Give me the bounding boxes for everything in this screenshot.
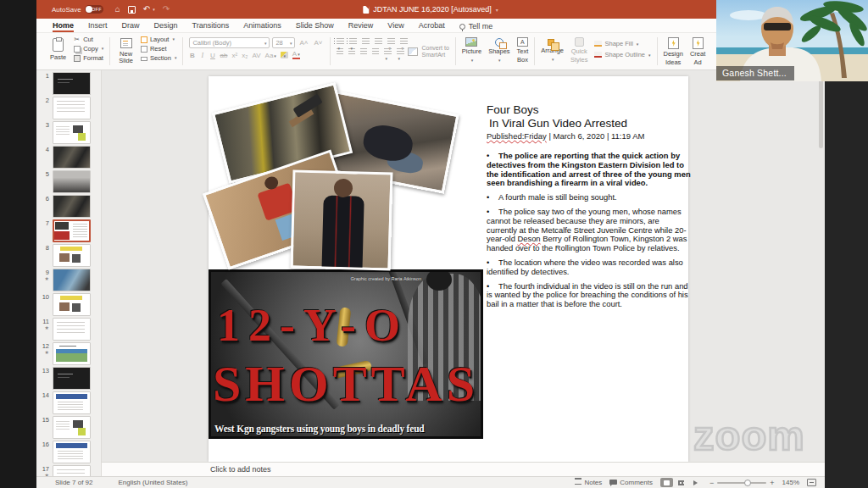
slide-thumbnail-panel[interactable]: 123456789★1011★12★1314151617★ <box>36 70 102 476</box>
slide-thumbnail-12[interactable]: 12★ <box>36 342 101 365</box>
bold-button[interactable]: B <box>189 52 195 59</box>
tab-review[interactable]: Review <box>348 21 374 30</box>
document-title[interactable]: JDTAN JUNE 16,2020 [Autosaved] ▾ <box>363 5 498 14</box>
autosave-switch[interactable]: OFF <box>85 5 103 14</box>
bullet-list-icon[interactable] <box>337 38 344 45</box>
thumbnail-image[interactable] <box>53 318 91 341</box>
slideshow-view-button[interactable] <box>689 478 702 487</box>
align-objects-icon[interactable] <box>397 48 404 55</box>
change-case-button[interactable]: Aa <box>265 52 276 59</box>
canvas-scrollbar[interactable] <box>819 74 823 148</box>
highlight-pen-icon[interactable] <box>281 52 288 58</box>
text-box-button[interactable]: A Text Box <box>517 36 529 64</box>
strikethrough-button[interactable]: ab <box>220 52 227 59</box>
slide-text-column[interactable]: Four Boys In Viral Gun Video Arrested Pu… <box>487 103 692 314</box>
justify-icon[interactable] <box>372 48 379 55</box>
thumbnail-image[interactable] <box>53 465 91 476</box>
tab-home[interactable]: Home <box>53 21 74 30</box>
grow-font-button[interactable]: A˄ <box>298 39 309 47</box>
tab-acrobat[interactable]: Acrobat <box>419 21 445 30</box>
zoom-percentage[interactable]: 145% <box>782 479 799 486</box>
thumbnail-image[interactable] <box>53 72 91 95</box>
decrease-indent-icon[interactable] <box>362 38 370 45</box>
convert-smartart-button[interactable]: Convert toSmartArt <box>408 36 448 67</box>
zoom-slider-thumb[interactable] <box>744 480 751 486</box>
tab-draw[interactable]: Draw <box>122 21 140 30</box>
slide-thumbnail-5[interactable]: 5 <box>36 170 101 193</box>
zoom-in-icon[interactable]: + <box>770 479 774 487</box>
slide-thumbnail-9[interactable]: 9★ <box>36 269 101 291</box>
slide-7[interactable]: Graphic created by Raria Atkinson 12-Y-O… <box>209 76 688 462</box>
character-spacing-button[interactable]: AV <box>252 52 260 59</box>
thumbnail-image[interactable] <box>53 342 91 365</box>
font-name-select[interactable]: Calibri (Body)▾ <box>189 37 270 48</box>
section-button[interactable]: Section <box>141 54 177 62</box>
notes-area[interactable]: Click to add notes <box>102 462 825 476</box>
tab-transitions[interactable]: Transitions <box>192 21 230 30</box>
participant-video[interactable]: Ganesh Shett... <box>716 0 868 81</box>
slide-thumbnail-1[interactable]: 1 <box>36 72 101 95</box>
autosave-toggle[interactable]: AutoSave OFF <box>52 5 103 14</box>
numbered-list-icon[interactable] <box>349 38 357 45</box>
slide-title[interactable]: Four Boys In Viral Gun Video Arrested <box>487 103 692 130</box>
slide-thumbnail-11[interactable]: 11★ <box>36 318 101 341</box>
thumbnail-image[interactable] <box>53 195 91 218</box>
increase-indent-icon[interactable] <box>375 38 382 45</box>
thumbnail-image[interactable] <box>53 97 91 119</box>
thumbnail-image[interactable] <box>53 121 91 144</box>
comments-toggle-button[interactable]: Comments <box>609 479 653 486</box>
slide-thumbnail-2[interactable]: 2 <box>36 97 101 119</box>
tab-view[interactable]: View <box>387 21 403 30</box>
subscript-button[interactable]: x₂ <box>242 52 248 59</box>
slide-thumbnail-13[interactable]: 13 <box>36 367 101 390</box>
italic-button[interactable]: I <box>199 52 205 59</box>
superscript-button[interactable]: x² <box>231 52 237 59</box>
shape-outline-button[interactable]: Shape Outline <box>594 51 650 58</box>
undo-caret-icon[interactable]: ▾ <box>153 7 155 12</box>
thumbnail-image[interactable] <box>53 219 91 242</box>
thumbnail-image[interactable] <box>53 367 91 390</box>
create-adobe-pdf-button[interactable]: Creat Ad <box>690 36 705 66</box>
thumbnail-image[interactable] <box>53 146 91 169</box>
design-ideas-button[interactable]: Design Ideas <box>664 36 683 66</box>
thumbnail-image[interactable] <box>53 244 91 267</box>
tab-animations[interactable]: Animations <box>243 21 281 30</box>
thumbnail-image[interactable] <box>53 391 91 414</box>
slide-thumbnail-7[interactable]: 7 <box>36 219 101 242</box>
slide-thumbnail-6[interactable]: 6 <box>36 195 101 218</box>
zoom-slider[interactable]: − + <box>709 479 775 487</box>
align-right-icon[interactable] <box>360 48 367 55</box>
slide-sorter-view-button[interactable] <box>675 478 687 487</box>
slide-thumbnail-15[interactable]: 15 <box>36 416 101 439</box>
arrange-button[interactable]: Arrange <box>541 36 564 63</box>
thumbnail-image[interactable] <box>53 441 91 463</box>
copy-button[interactable]: Copy <box>74 45 103 53</box>
shapes-button[interactable]: Shapes <box>488 36 509 64</box>
slide-thumbnail-17[interactable]: 17★ <box>36 465 101 476</box>
reset-button[interactable]: Reset <box>141 45 177 53</box>
new-slide-button[interactable]: New Slide <box>116 36 136 65</box>
notes-toggle-button[interactable]: Notes <box>575 479 602 486</box>
thumbnail-image[interactable] <box>53 293 91 316</box>
zoom-out-icon[interactable]: − <box>709 479 714 487</box>
undo-icon[interactable]: ↶ <box>143 5 150 14</box>
notes-placeholder[interactable]: Click to add notes <box>210 465 271 474</box>
slide-thumbnail-4[interactable]: 4 <box>36 146 101 169</box>
quick-styles-button[interactable]: Quick Styles <box>570 36 587 64</box>
home-icon[interactable]: ⌂ <box>115 5 120 14</box>
save-icon[interactable] <box>128 6 136 14</box>
thumbnail-image[interactable] <box>53 170 91 193</box>
slide-thumbnail-3[interactable]: 3 <box>36 121 101 144</box>
columns-icon[interactable] <box>384 48 392 55</box>
thumbnail-image[interactable] <box>53 269 91 291</box>
format-painter-button[interactable]: Format <box>74 54 103 62</box>
normal-view-button[interactable] <box>660 478 673 487</box>
language-indicator[interactable]: English (United States) <box>118 479 187 486</box>
tell-me-button[interactable]: Tell me <box>459 22 493 30</box>
slide-thumbnail-10[interactable]: 10 <box>36 293 101 316</box>
slide-canvas[interactable]: Graphic created by Raria Atkinson 12-Y-O… <box>102 70 825 462</box>
fit-to-window-icon[interactable] <box>807 479 816 486</box>
font-color-button[interactable]: A <box>292 51 300 59</box>
slide-thumbnail-16[interactable]: 16 <box>36 441 101 463</box>
line-spacing-icon[interactable] <box>387 38 395 45</box>
